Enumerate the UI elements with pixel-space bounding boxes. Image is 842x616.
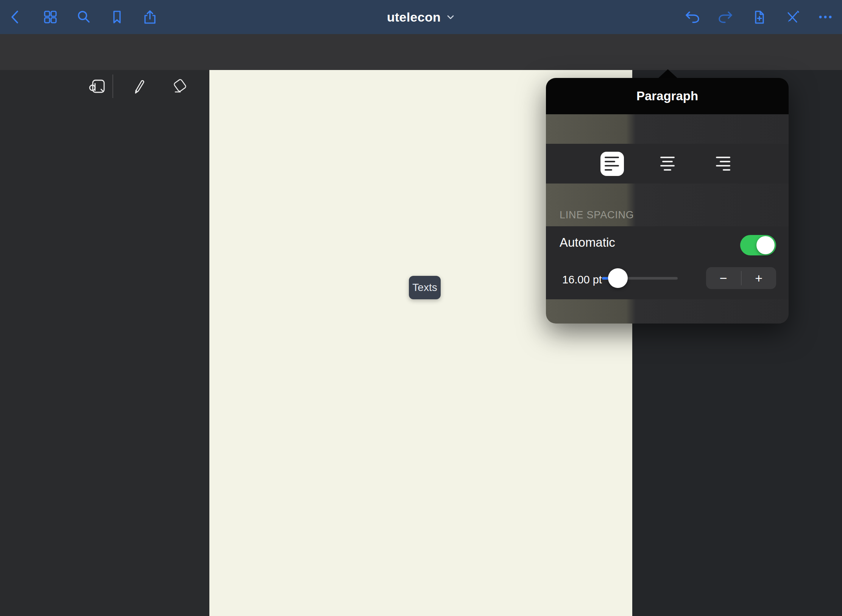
align-right-button[interactable] [711,152,734,176]
minus-icon: − [720,271,727,286]
paragraph-popover: Paragraph LINE SPACING Automatic 16.00 p… [546,78,789,324]
automatic-toggle[interactable] [740,235,776,255]
line-spacing-controls: Automatic 16.00 pt − + [546,226,789,299]
toolbar: T HiraginoSans-... 16 [0,34,842,70]
popover-band-top [546,114,789,144]
align-left-button[interactable] [600,152,624,176]
ellipsis-icon [817,8,834,26]
zoom-window-icon [87,76,107,96]
zoom-window-tool[interactable] [87,76,107,96]
automatic-label: Automatic [560,235,615,250]
selected-text-label: Texts [412,282,437,294]
document-title-button[interactable]: utelecon [0,0,842,34]
align-center-button[interactable] [656,152,679,176]
pen-crossed-icon [784,8,801,26]
plus-icon: + [755,271,762,286]
popover-band-bottom [546,299,789,324]
app-screen: utelecon [0,0,842,616]
line-spacing-label: LINE SPACING [560,209,634,221]
pen-mode-button[interactable] [784,8,801,26]
spacing-stepper: − + [706,267,776,289]
decrease-button[interactable]: − [706,267,741,289]
document-title: utelecon [387,10,441,25]
undo-button[interactable] [684,8,701,26]
eraser-icon [170,76,190,96]
undo-icon [684,8,701,26]
pen-tool[interactable] [128,76,148,96]
line-spacing-section: LINE SPACING [546,184,789,226]
redo-button[interactable] [717,8,734,26]
toolbar-separator [112,75,113,98]
pen-icon [128,76,148,96]
chevron-down-icon [446,12,455,22]
add-page-icon [751,8,768,26]
increase-button[interactable]: + [742,267,777,289]
alignment-row [546,144,789,184]
redo-icon [717,8,734,26]
more-button[interactable] [817,8,834,26]
selected-text-object[interactable]: Texts [409,276,441,299]
slider-knob[interactable] [608,268,628,288]
spacing-slider[interactable] [602,268,678,288]
spacing-value: 16.00 pt [562,274,602,286]
popover-header: Paragraph [546,78,789,114]
toggle-knob [756,236,775,254]
popover-title: Paragraph [636,89,698,103]
eraser-tool[interactable] [170,76,190,96]
navbar: utelecon [0,0,842,34]
add-page-button[interactable] [751,8,768,26]
popover-arrow [658,69,678,79]
